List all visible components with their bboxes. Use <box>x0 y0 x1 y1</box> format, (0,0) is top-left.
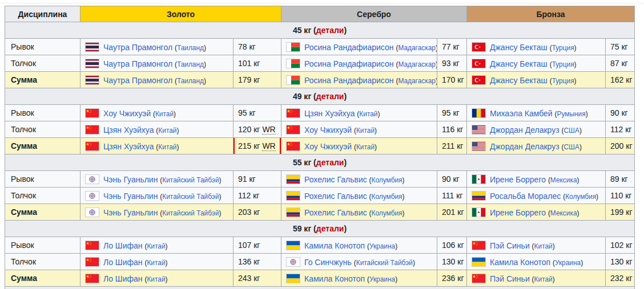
athlete-link[interactable]: Пэй Синьи <box>490 274 530 283</box>
country-link[interactable]: США <box>564 143 579 151</box>
country-link[interactable]: Колумбия <box>372 176 402 184</box>
country-link[interactable]: Мексика <box>550 209 577 217</box>
china-flag-icon <box>85 141 99 151</box>
result-value: 232 кг <box>610 274 632 283</box>
athlete-link[interactable]: Джордан Делакруз <box>490 125 560 135</box>
weight-class-header-row: 55 кг (детали) <box>5 154 635 171</box>
country-link[interactable]: Румыния <box>557 110 586 118</box>
details-link[interactable]: детали <box>316 92 344 101</box>
thailand-flag-icon <box>85 75 99 85</box>
athlete-link[interactable]: Росина Рандафиарисон <box>304 43 394 52</box>
country-link[interactable]: Китай <box>158 127 176 135</box>
country-link[interactable]: Колумбия <box>372 193 402 201</box>
athlete-link[interactable]: Чэнь Гуаньлин <box>103 175 158 184</box>
athlete-link[interactable]: Чэнь Гуаньлин <box>103 192 158 201</box>
athlete-cell: Джансу Бекташ (Турция) <box>467 55 606 72</box>
country-link[interactable]: Китай <box>147 275 165 283</box>
athlete-link[interactable]: Джансу Бекташ <box>490 59 548 68</box>
weight-class-title: 49 кг <box>293 92 311 101</box>
athlete-link[interactable]: Ирене Боррего <box>490 208 546 217</box>
result-value: 101 кг <box>238 59 260 68</box>
athlete-country: (Китайский Тайбэй) <box>160 209 221 217</box>
country-link[interactable]: Мадагаскар <box>398 60 436 68</box>
athlete-link[interactable]: Ирене Боррего <box>490 175 546 184</box>
athlete-link[interactable]: Росина Рандафиарисон <box>304 59 394 68</box>
country-link[interactable]: Китай <box>147 242 165 250</box>
medal-row: РывокЧаутра Прамонгол (Таиланд)78 кгРоси… <box>5 39 635 55</box>
details-link[interactable]: детали <box>316 158 344 167</box>
athlete-link[interactable]: Рохелис Гальвис <box>304 192 367 201</box>
country-link[interactable]: Украина <box>555 259 581 267</box>
country-link[interactable]: Китайский Тайбэй <box>162 193 219 201</box>
country-link[interactable]: Китай <box>158 143 176 151</box>
athlete-link[interactable]: Цзян Хуэйхуа <box>304 109 355 118</box>
athlete-link[interactable]: Ло Шифан <box>103 241 143 250</box>
country-link[interactable]: Китайский Тайбэй <box>162 209 219 217</box>
athlete-link[interactable]: Чаутра Прамонгол <box>103 76 172 85</box>
country-link[interactable]: Китай <box>534 242 553 250</box>
athlete-country: (Турция) <box>550 77 577 85</box>
athlete-link[interactable]: Хоу Чжихуэй <box>304 125 352 135</box>
athlete-link[interactable]: Росальба Моралес <box>490 192 561 201</box>
country-link[interactable]: Турция <box>552 44 574 52</box>
athlete-link[interactable]: Ло Шифан <box>103 274 143 283</box>
country-link[interactable]: Китай <box>356 143 375 151</box>
athlete-link[interactable]: Росина Рандафиарисон <box>304 76 394 85</box>
country-link[interactable]: Украина <box>369 275 395 283</box>
athlete-cell: Чаутра Прамонгол (Таиланд) <box>80 72 234 88</box>
country-link[interactable]: Мексика <box>550 176 577 184</box>
athlete-link[interactable]: Чэнь Гуаньлин <box>103 208 158 217</box>
athlete-link[interactable]: Хоу Чжихуэй <box>304 142 352 151</box>
athlete-country: (Мексика) <box>548 209 579 217</box>
country-link[interactable]: Китай <box>356 127 375 135</box>
country-link[interactable]: США <box>564 127 579 135</box>
athlete-link[interactable]: Чаутра Прамонгол <box>103 59 172 68</box>
athlete-country: (Таиланд) <box>175 44 206 52</box>
athlete-link[interactable]: Хоу Чжихуэй <box>103 109 151 118</box>
athlete-cell: Росина Рандафиарисон (Мадагаскар) <box>281 55 437 72</box>
result-cell: 116 кг <box>437 121 467 138</box>
country-link[interactable]: Китайский Тайбэй <box>356 259 413 267</box>
athlete-link[interactable]: Чаутра Прамонгол <box>103 43 172 52</box>
country-link[interactable]: Турция <box>552 60 574 68</box>
athlete-cell: Чэнь Гуаньлин (Китайский Тайбэй) <box>80 171 234 188</box>
country-link[interactable]: Китай <box>534 275 553 283</box>
country-link[interactable]: Таиланд <box>177 44 204 52</box>
country-link[interactable]: Украина <box>369 242 395 250</box>
athlete-link[interactable]: Джордан Делакруз <box>490 142 560 151</box>
athlete-cell: Рохелис Гальвис (Колумбия) <box>281 171 437 188</box>
mexico-flag-icon <box>472 207 486 217</box>
medal-row: ТолчокЛо Шифан (Китай)136 кгГо Синчжунь … <box>5 254 635 270</box>
result-value: 162 кг <box>610 75 632 84</box>
athlete-link[interactable]: Рохелис Гальвис <box>304 208 367 217</box>
athlete-link[interactable]: Цзян Хуэйхуа <box>103 125 154 135</box>
country-link[interactable]: Таиланд <box>177 77 204 85</box>
country-link[interactable]: Турция <box>552 77 574 85</box>
country-link[interactable]: Китайский Тайбэй <box>162 176 219 184</box>
country-link[interactable]: Мадагаскар <box>398 44 436 52</box>
athlete-link[interactable]: Джансу Бекташ <box>490 43 548 52</box>
country-link[interactable]: Колумбия <box>372 209 402 217</box>
athlete-link[interactable]: Камила Конотоп <box>304 274 365 283</box>
athlete-link[interactable]: Джансу Бекташ <box>490 76 548 85</box>
result-cell: 77 кг <box>437 39 467 55</box>
athlete-link[interactable]: Михаэла Камбей <box>490 109 553 118</box>
athlete-link[interactable]: Камила Конотоп <box>304 241 365 250</box>
discipline-cell: Рывок <box>5 237 80 254</box>
athlete-link[interactable]: Камила Конотоп <box>490 258 550 267</box>
country-link[interactable]: Китай <box>147 259 165 267</box>
country-link[interactable]: Таиланд <box>177 60 204 68</box>
athlete-link[interactable]: Цзян Хуэйхуа <box>103 142 154 151</box>
details-link[interactable]: детали <box>316 224 344 233</box>
athlete-link[interactable]: Го Синчжунь <box>304 258 352 267</box>
result-cell: 130 кг <box>606 254 635 270</box>
country-link[interactable]: Китай <box>359 110 377 118</box>
athlete-link[interactable]: Ло Шифан <box>103 258 143 267</box>
country-link[interactable]: Мадагаскар <box>398 77 436 85</box>
country-link[interactable]: Колумбия <box>565 193 596 201</box>
details-link[interactable]: детали <box>316 26 344 35</box>
silver-column-header: Серебро <box>281 6 467 22</box>
country-link[interactable]: Китай <box>155 110 174 118</box>
athlete-link[interactable]: Пэй Синьи <box>490 241 530 250</box>
athlete-link[interactable]: Рохелис Гальвис <box>304 175 367 184</box>
